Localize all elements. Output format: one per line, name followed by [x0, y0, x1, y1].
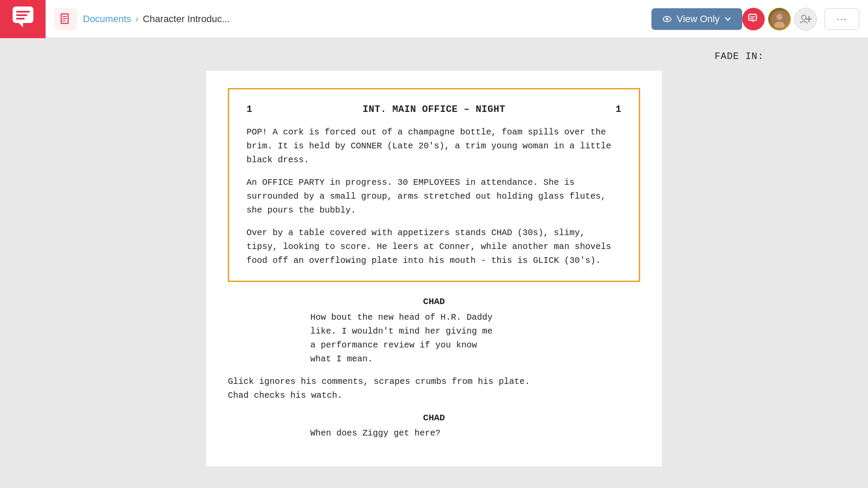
svg-point-17	[802, 15, 806, 20]
scene-paragraph-3: Over by a table covered with appetizers …	[247, 226, 621, 268]
avatar-user-2	[768, 8, 791, 30]
scene-heading: INT. MAIN OFFICE – NIGHT	[363, 102, 506, 117]
view-only-label: View Only	[677, 13, 720, 25]
breadcrumb-current: Character Introduc...	[143, 13, 230, 25]
fade-in-text: FADE IN:	[714, 51, 764, 62]
script-page: 1 INT. MAIN OFFICE – NIGHT 1 POP! A cork…	[206, 71, 662, 466]
dialogue-2: When does Ziggy get here?	[310, 426, 558, 440]
character-name-2: CHAD	[228, 411, 640, 425]
main-content: FADE IN: 1 INT. MAIN OFFICE – NIGHT 1 PO…	[0, 38, 868, 488]
chevron-down-icon	[724, 15, 732, 23]
scene-number-left: 1	[247, 102, 253, 117]
breadcrumb-documents-link[interactable]: Documents	[83, 13, 131, 25]
breadcrumb-separator: ›	[135, 14, 138, 24]
scene-number-right: 1	[615, 102, 621, 117]
scene-paragraph-2: An OFFICE PARTY in progress. 30 EMPLOYEE…	[247, 176, 621, 217]
svg-point-15	[776, 14, 783, 20]
breadcrumb: Documents › Character Introduc...	[83, 13, 651, 25]
view-only-button[interactable]: View Only	[651, 8, 742, 30]
character-name-1: CHAD	[228, 295, 640, 309]
logo-chat-icon	[11, 5, 35, 33]
scene-paragraph-1: POP! A cork is forced out of a champagne…	[247, 125, 621, 167]
eye-icon	[662, 14, 672, 24]
scene-block: 1 INT. MAIN OFFICE – NIGHT 1 POP! A cork…	[228, 88, 640, 282]
document-nav-button[interactable]	[54, 8, 77, 30]
app-logo	[0, 0, 46, 38]
header: Documents › Character Introduc... View O…	[0, 0, 868, 38]
svg-point-10	[666, 18, 668, 20]
add-collaborator-button[interactable]	[794, 8, 817, 30]
more-options-button[interactable]: ···	[825, 8, 859, 30]
dialogue-1: How bout the new head of H.R. Daddylike.…	[310, 311, 558, 366]
scene-header: 1 INT. MAIN OFFICE – NIGHT 1	[247, 102, 621, 117]
scene-body: POP! A cork is forced out of a champagne…	[247, 125, 621, 268]
avatar-current-user	[742, 8, 765, 30]
header-right: ···	[742, 8, 859, 30]
action-text: Glick ignores his comments, scrapes crum…	[228, 375, 640, 403]
